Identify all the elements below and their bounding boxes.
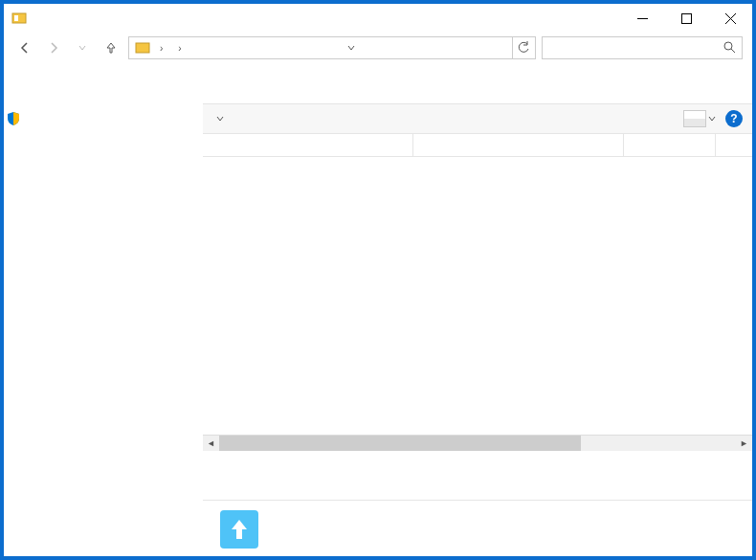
breadcrumb[interactable]: › ›: [128, 36, 536, 59]
scroll-left-button[interactable]: ◄: [203, 436, 219, 452]
address-dropdown[interactable]: [343, 37, 360, 58]
table-body[interactable]: [203, 157, 752, 435]
svg-rect-6: [136, 43, 149, 53]
back-button[interactable]: [13, 36, 36, 59]
toolbar: ?: [203, 103, 752, 134]
address-bar: › ›: [4, 33, 752, 63]
search-box[interactable]: [542, 36, 743, 59]
svg-rect-1: [14, 15, 18, 21]
content-area: ? ◄ ►: [203, 63, 752, 557]
recent-dropdown[interactable]: [71, 36, 94, 59]
search-input[interactable]: [548, 41, 723, 55]
turn-windows-features-link[interactable]: [25, 111, 199, 126]
close-button[interactable]: [708, 4, 752, 33]
help-button[interactable]: ?: [725, 110, 743, 127]
programs-table: ◄ ►: [203, 134, 752, 500]
column-installed-on[interactable]: [624, 134, 716, 156]
refresh-button[interactable]: [512, 37, 533, 58]
maximize-button[interactable]: [664, 4, 708, 33]
sidebar: [4, 63, 203, 557]
app-large-icon: [216, 506, 262, 552]
up-button[interactable]: [100, 36, 122, 59]
scroll-thumb[interactable]: [219, 436, 581, 451]
svg-line-8: [731, 49, 735, 53]
organize-button[interactable]: [212, 115, 224, 123]
view-icon: [683, 110, 706, 127]
scroll-right-button[interactable]: ►: [736, 436, 752, 452]
chevron-icon[interactable]: ›: [172, 43, 187, 54]
details-panel: [203, 500, 752, 557]
chevron-down-icon: [708, 115, 716, 123]
shield-icon: [6, 111, 21, 126]
svg-rect-3: [681, 13, 691, 23]
minimize-button[interactable]: [620, 4, 664, 33]
column-publisher[interactable]: [413, 134, 624, 156]
chevron-down-icon: [216, 115, 224, 123]
horizontal-scrollbar[interactable]: ◄ ►: [203, 435, 752, 451]
table-header: [203, 134, 752, 157]
forward-button[interactable]: [42, 36, 65, 59]
chevron-icon[interactable]: ›: [154, 43, 168, 54]
programs-features-icon: [135, 40, 150, 56]
svg-point-7: [724, 42, 732, 50]
titlebar: [4, 4, 752, 33]
view-options-button[interactable]: [683, 110, 716, 127]
search-icon[interactable]: [723, 40, 736, 56]
programs-features-icon: [11, 11, 27, 26]
column-name[interactable]: [203, 134, 413, 156]
